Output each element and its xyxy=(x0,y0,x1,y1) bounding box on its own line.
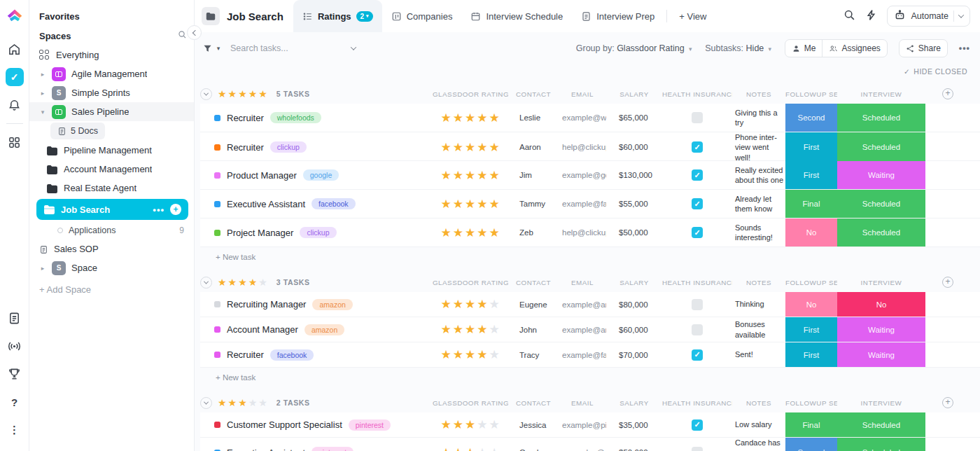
salary-cell[interactable]: $50,000 xyxy=(606,438,662,451)
task-name-cell[interactable]: Product Managergoogle xyxy=(200,161,433,189)
column-header-salary[interactable]: SALARY xyxy=(606,90,662,98)
interview-cell[interactable]: No xyxy=(837,292,925,317)
assignees-filter-button[interactable]: Assignees xyxy=(822,40,886,57)
notifications-bell-icon[interactable] xyxy=(6,96,24,114)
email-cell[interactable]: example@go xyxy=(559,161,606,189)
column-header-glassdoor-rating[interactable]: GLASSDOOR RATING xyxy=(433,399,508,407)
rating-stars[interactable]: ★★★★★ xyxy=(433,161,508,189)
interview-cell[interactable]: Waiting xyxy=(837,317,925,342)
chevron-down-icon[interactable]: ▾ xyxy=(39,109,46,116)
insurance-checkbox[interactable] xyxy=(692,112,703,123)
interview-cell[interactable]: Scheduled xyxy=(837,190,925,218)
rating-stars[interactable]: ★★★★★ xyxy=(218,277,268,287)
rating-stars[interactable]: ★★★★★ xyxy=(433,132,508,162)
insurance-checkbox[interactable]: ✓ xyxy=(692,227,703,238)
chevron-right-icon[interactable]: ▸ xyxy=(39,265,46,272)
rating-stars[interactable]: ★★★★★ xyxy=(433,104,508,132)
status-square-icon[interactable] xyxy=(214,326,220,333)
insurance-checkbox[interactable] xyxy=(692,447,703,451)
email-cell[interactable]: example@am xyxy=(559,292,606,317)
task-name-cell[interactable]: Recruiterwholefoods xyxy=(200,104,433,132)
spaces-section-label[interactable]: Spaces xyxy=(39,31,71,41)
column-header-contact[interactable]: CONTACT xyxy=(508,399,559,407)
notes-cell[interactable]: Candace has a dog named ... xyxy=(732,438,785,451)
sidebar-item-sales-pipeline[interactable]: ▾Sales Pipeline xyxy=(29,102,194,121)
status-square-icon[interactable] xyxy=(214,230,220,236)
company-tag[interactable]: amazon xyxy=(312,299,352,310)
column-header-health-insurance[interactable]: HEALTH INSURANCE xyxy=(662,90,732,98)
group-by-control[interactable]: Group by: Glassdoor Rating ▾ xyxy=(576,43,694,53)
column-header-salary[interactable]: SALARY xyxy=(606,399,662,407)
contact-cell[interactable]: Zeb xyxy=(508,218,559,247)
sidebar-item-5-docs[interactable]: 5 Docs xyxy=(50,123,105,139)
hide-closed-toggle[interactable]: ✓ HIDE CLOSED xyxy=(904,67,967,76)
contact-cell[interactable]: Candace xyxy=(508,438,559,451)
interview-cell[interactable]: Scheduled xyxy=(837,104,925,132)
goals-trophy-icon[interactable] xyxy=(6,365,24,383)
sidebar-item-real-estate-agent[interactable]: Real Estate Agent xyxy=(29,179,194,197)
folder-more-icon[interactable]: ••• xyxy=(153,204,164,215)
column-header-email[interactable]: EMAIL xyxy=(559,279,606,286)
sidebar-item-pipeline-management[interactable]: Pipeline Management xyxy=(29,141,194,160)
contact-cell[interactable]: John xyxy=(508,317,559,342)
add-column-icon[interactable]: + xyxy=(942,88,953,99)
column-header-contact[interactable]: CONTACT xyxy=(508,90,559,98)
interview-cell[interactable]: Scheduled xyxy=(837,132,925,162)
docs-icon[interactable] xyxy=(6,309,24,327)
task-name-cell[interactable]: Account Manageramazon xyxy=(200,317,433,342)
task-name-cell[interactable]: Recruiterfacebook xyxy=(200,342,433,367)
status-square-icon[interactable] xyxy=(214,352,220,358)
chevron-right-icon[interactable]: ▸ xyxy=(39,71,46,78)
interview-cell[interactable]: Scheduled xyxy=(837,218,925,247)
tab-companies[interactable]: Companies xyxy=(382,0,462,32)
email-cell[interactable]: help@clickup xyxy=(559,132,606,162)
rating-stars[interactable]: ★★★★★ xyxy=(433,218,508,247)
clickup-logo-icon[interactable] xyxy=(6,6,24,24)
rating-stars[interactable]: ★★★★★ xyxy=(218,398,268,408)
sidebar-item-applications[interactable]: Applications9 xyxy=(29,221,194,240)
subtasks-control[interactable]: Subtasks: Hide ▾ xyxy=(705,43,774,53)
task-name-cell[interactable]: Recruiting Manageramazon xyxy=(200,292,433,317)
tab-ratings[interactable]: Ratings2▾ xyxy=(293,0,382,32)
automate-button[interactable]: Automate xyxy=(887,6,970,27)
column-header-salary[interactable]: SALARY xyxy=(606,279,662,286)
column-header-interview[interactable]: INTERVIEW xyxy=(837,279,925,286)
group-collapse-icon[interactable] xyxy=(200,397,212,409)
salary-cell[interactable]: $60,000 xyxy=(606,317,662,342)
pulse-broadcast-icon[interactable] xyxy=(6,337,24,355)
insurance-checkbox[interactable]: ✓ xyxy=(692,169,703,181)
column-header-followup-sent[interactable]: FOLLOWUP SENT xyxy=(785,279,837,286)
column-header-followup-sent[interactable]: FOLLOWUP SENT xyxy=(785,399,837,407)
column-header-email[interactable]: EMAIL xyxy=(559,90,606,98)
insurance-checkbox[interactable]: ✓ xyxy=(692,141,703,153)
followup-sent-cell[interactable]: No xyxy=(785,218,837,247)
notes-cell[interactable]: Sounds interesting! xyxy=(732,218,785,247)
notes-cell[interactable]: Phone inter- view went well! xyxy=(732,132,785,162)
followup-sent-cell[interactable]: No xyxy=(785,292,837,317)
task-name-cell[interactable]: Executive Assistantfacebook xyxy=(200,190,433,218)
notes-cell[interactable]: Already let them know xyxy=(732,190,785,218)
dashboards-grid-icon[interactable] xyxy=(6,133,24,151)
contact-cell[interactable]: Aaron xyxy=(508,132,559,162)
notes-cell[interactable]: Bonuses available xyxy=(732,317,785,342)
me-filter-button[interactable]: Me xyxy=(785,40,822,57)
followup-sent-cell[interactable]: First xyxy=(785,317,837,342)
notes-cell[interactable]: Giving this a try xyxy=(732,104,785,132)
task-name-cell[interactable]: Customer Support Specialistpinterest xyxy=(200,412,433,437)
email-cell[interactable]: help@clickup xyxy=(559,218,606,247)
add-column-icon[interactable]: + xyxy=(942,277,953,288)
sidebar-collapse-button[interactable] xyxy=(187,25,202,40)
column-header-contact[interactable]: CONTACT xyxy=(508,279,559,286)
notes-cell[interactable]: Really excited about this one xyxy=(732,161,785,189)
followup-sent-cell[interactable]: Final xyxy=(785,412,837,437)
sidebar-item-simple-sprints[interactable]: ▸SSimple Sprints xyxy=(29,83,194,102)
salary-cell[interactable]: $70,000 xyxy=(606,342,662,367)
column-header-glassdoor-rating[interactable]: GLASSDOOR RATING xyxy=(433,279,508,286)
salary-cell[interactable]: $55,000 xyxy=(606,190,662,218)
home-icon[interactable] xyxy=(6,40,24,58)
group-collapse-icon[interactable] xyxy=(200,88,212,100)
group-collapse-icon[interactable] xyxy=(200,277,212,289)
status-square-icon[interactable] xyxy=(214,115,220,121)
email-cell[interactable]: example@fac xyxy=(559,342,606,367)
sidebar-item-everything[interactable]: Everything xyxy=(29,46,194,64)
